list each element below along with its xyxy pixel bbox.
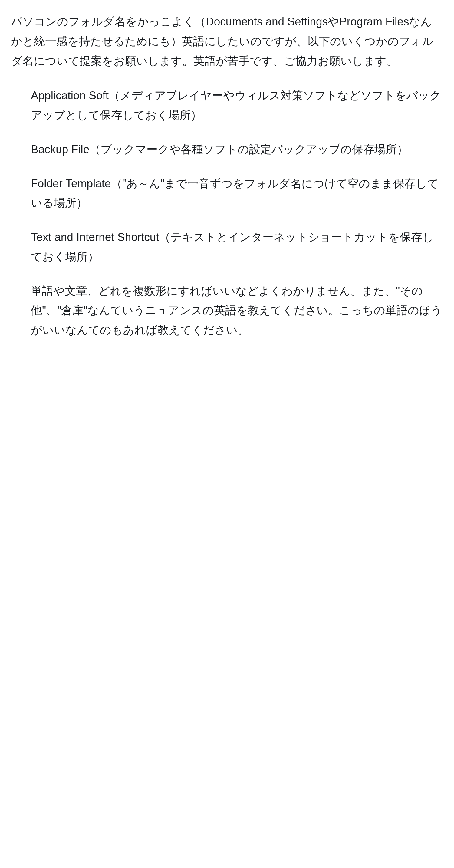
- closing-paragraph: 単語や文章、どれを複数形にすればいいなどよくわかりません。また、"その他"、"倉…: [11, 281, 443, 340]
- list-item: Application Soft（メディアプレイヤーやウィルス対策ソフトなどソフ…: [11, 86, 443, 125]
- intro-paragraph: パソコンのフォルダ名をかっこよく（Documents and Settingsや…: [11, 12, 443, 71]
- list-item: Folder Template（"あ～ん"まで一音ずつをフォルダ名につけて空のま…: [11, 174, 443, 213]
- list-item: Backup File（ブックマークや各種ソフトの設定バックアップの保存場所）: [11, 140, 443, 159]
- list-item: Text and Internet Shortcut（テキストとインターネットシ…: [11, 227, 443, 267]
